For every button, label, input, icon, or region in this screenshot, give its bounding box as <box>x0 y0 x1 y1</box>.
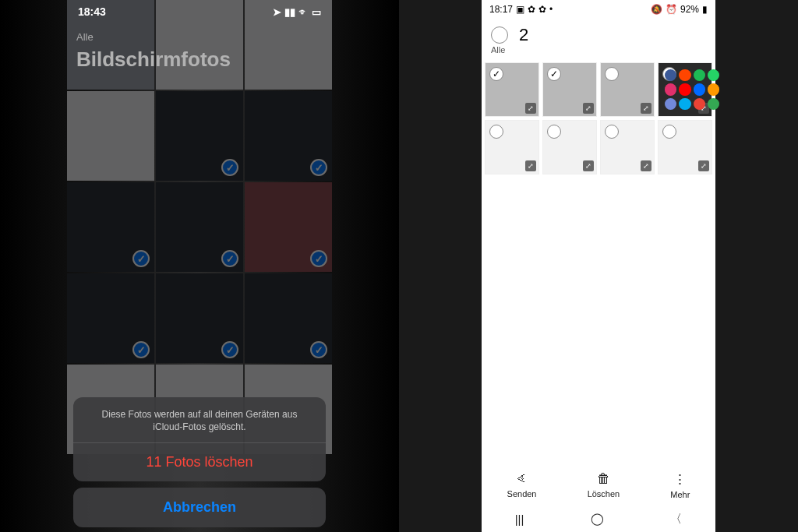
photo-thumbnail[interactable]: ⤢ <box>600 62 655 117</box>
photo-thumbnail[interactable]: ⤢ <box>542 62 597 117</box>
trash-icon: 🗑 <box>588 471 620 487</box>
expand-icon: ⤢ <box>525 103 536 114</box>
photo-thumbnail[interactable]: ⤢ <box>658 120 712 174</box>
selected-check-icon: ✓ <box>132 250 150 267</box>
photo-thumbnail[interactable]: ⤢ <box>485 62 539 117</box>
photo-thumbnail[interactable]: ✓ <box>67 273 154 363</box>
photo-thumbnail[interactable] <box>67 91 154 181</box>
photo-thumbnail[interactable]: ✓ <box>67 182 154 272</box>
recents-button[interactable]: ||| <box>515 513 524 526</box>
gear-icon: ✿ <box>528 4 535 15</box>
ios-status-bar: 18:43 ➤ ▮▮ ᯤ ▭ <box>67 0 332 23</box>
cancel-button[interactable]: Abbrechen <box>73 488 326 527</box>
selected-check-icon: ✓ <box>221 341 238 358</box>
wifi-icon: ᯤ <box>298 6 309 18</box>
selected-check-icon: ✓ <box>132 341 150 358</box>
all-label: Alle <box>491 45 715 55</box>
photo-thumbnail[interactable]: ⤢ <box>658 62 712 117</box>
android-status-bar: 18:17 ▣ ✿ ✿ • 🔕 ⏰ 92% ▮ <box>482 0 715 19</box>
photo-thumbnail[interactable]: ✓ <box>156 182 243 272</box>
gear-icon: ✿ <box>538 4 546 15</box>
battery-icon: ▮ <box>702 4 708 15</box>
sheet-message: Diese Fotos werden auf all deinen Geräte… <box>73 397 326 443</box>
ios-phone-screen: ✓✓✓✓✓✓✓✓ 18:43 ➤ ▮▮ ᯤ ▭ Alle Bildschirmf… <box>67 0 332 532</box>
android-thumbnail-grid: ⤢⤢⤢⤢⤢⤢⤢⤢ <box>482 59 715 178</box>
more-icon: ⋮ <box>670 471 690 488</box>
expand-icon: ⤢ <box>525 160 536 171</box>
selected-check-icon: ✓ <box>310 250 327 267</box>
selection-circle[interactable] <box>489 67 503 81</box>
location-icon: ➤ <box>273 6 281 18</box>
selection-circle[interactable] <box>605 67 619 81</box>
selected-check-icon: ✓ <box>221 159 238 176</box>
photo-thumbnail[interactable]: ⤢ <box>485 120 539 174</box>
alarm-icon: ⏰ <box>666 4 677 15</box>
expand-icon: ⤢ <box>583 160 594 171</box>
send-button[interactable]: ⩹ Senden <box>507 471 537 499</box>
page-title: Bildschirmfotos <box>76 48 231 72</box>
android-clock: 18:17 <box>489 4 513 15</box>
battery-text: 92% <box>680 4 699 15</box>
more-button[interactable]: ⋮ Mehr <box>670 471 690 499</box>
photo-thumbnail[interactable]: ✓ <box>245 91 332 181</box>
gallery-icon: ▣ <box>516 4 524 15</box>
photo-thumbnail[interactable]: ✓ <box>245 273 332 363</box>
battery-icon: ▭ <box>312 6 321 18</box>
mute-icon: 🔕 <box>651 4 662 15</box>
photo-thumbnail[interactable]: ✓ <box>156 273 243 363</box>
android-bottom-bar: ⩹ Senden 🗑 Löschen ⋮ Mehr <box>482 465 715 506</box>
selection-circle[interactable] <box>489 125 503 139</box>
android-nav-bar: ||| ◯ 〈 <box>482 506 715 532</box>
delete-button[interactable]: 🗑 Löschen <box>588 471 620 499</box>
share-icon: ⩹ <box>507 471 537 487</box>
selection-circle[interactable] <box>605 125 619 139</box>
select-all-radio[interactable] <box>491 26 508 44</box>
signal-icon: ▮▮ <box>284 6 295 18</box>
photo-thumbnail[interactable]: ⤢ <box>600 120 655 174</box>
selected-check-icon: ✓ <box>221 250 238 267</box>
selected-check-icon: ✓ <box>310 341 327 358</box>
ios-clock: 18:43 <box>78 5 106 18</box>
photo-thumbnail[interactable]: ⤢ <box>542 120 597 174</box>
selected-check-icon: ✓ <box>310 159 327 176</box>
selection-circle[interactable] <box>547 125 561 139</box>
album-back-label[interactable]: Alle <box>76 31 231 43</box>
selection-circle[interactable] <box>662 125 676 139</box>
expand-icon: ⤢ <box>698 160 709 171</box>
expand-icon: ⤢ <box>583 103 594 114</box>
android-phone-screen: 18:17 ▣ ✿ ✿ • 🔕 ⏰ 92% ▮ 2 Alle ⤢⤢⤢⤢⤢⤢⤢⤢ … <box>482 0 715 532</box>
selection-header: 2 <box>482 19 715 47</box>
ios-action-sheet: Diese Fotos werden auf all deinen Geräte… <box>73 397 326 527</box>
selection-circle[interactable] <box>547 67 561 81</box>
home-button[interactable]: ◯ <box>591 512 604 526</box>
ios-status-icons: ➤ ▮▮ ᯤ ▭ <box>273 6 321 18</box>
delete-photos-button[interactable]: 11 Fotos löschen <box>73 443 326 481</box>
expand-icon: ⤢ <box>641 103 651 114</box>
photo-thumbnail[interactable]: ✓ <box>156 91 243 181</box>
back-button[interactable]: 〈 <box>670 512 682 527</box>
photo-thumbnail[interactable]: ✓ <box>245 182 332 272</box>
selected-count: 2 <box>519 25 528 45</box>
expand-icon: ⤢ <box>641 160 651 171</box>
